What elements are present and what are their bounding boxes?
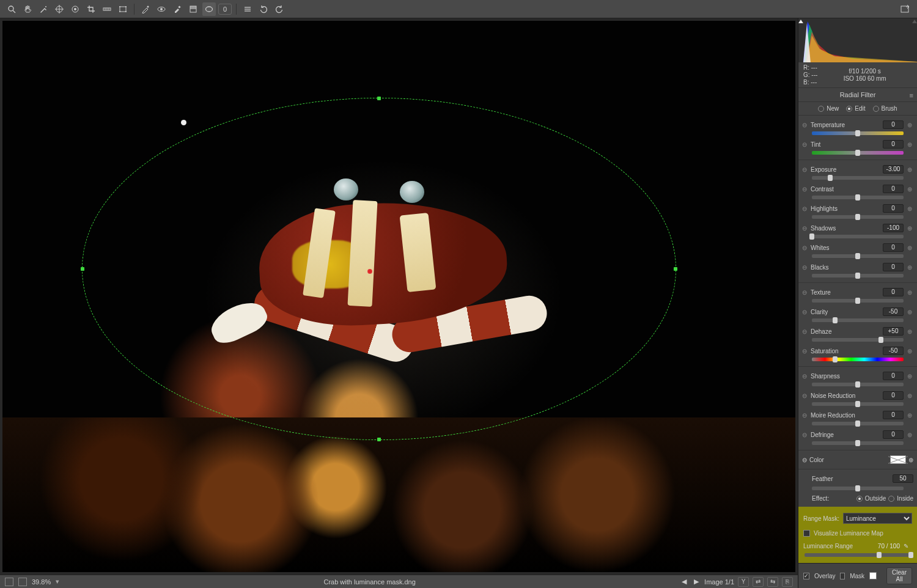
white-balance-tool-icon[interactable]	[37, 2, 50, 16]
highlights-value[interactable]: 0	[883, 204, 904, 213]
tint-menu-icon[interactable]: ⊕	[906, 141, 913, 148]
tint-slider[interactable]	[812, 151, 904, 155]
feather-slider[interactable]	[812, 487, 904, 490]
toggle-icon[interactable]: ⊖	[802, 122, 808, 128]
menu-icon[interactable]	[241, 2, 254, 16]
toggle-icon[interactable]: ⊖	[802, 432, 808, 438]
defringe-slider[interactable]	[812, 441, 904, 445]
clarity-value[interactable]: -50	[883, 307, 904, 316]
dehaze-value[interactable]: +50	[883, 327, 904, 336]
moire-menu-icon[interactable]: ⊕	[906, 412, 913, 419]
saturation-value[interactable]: -50	[883, 347, 904, 355]
toggle-icon[interactable]: ⊖	[802, 412, 808, 418]
zoom-tool-icon[interactable]	[5, 2, 18, 16]
highlights-slider[interactable]	[812, 215, 904, 219]
hand-tool-icon[interactable]	[21, 2, 34, 16]
whites-value[interactable]: 0	[883, 243, 904, 252]
texture-value[interactable]: 0	[883, 288, 904, 296]
color-menu-icon[interactable]: ⊕	[908, 457, 913, 463]
radial-filter-tool-icon[interactable]	[202, 2, 216, 16]
color-sampler-tool-icon[interactable]	[53, 2, 66, 16]
toggle-icon[interactable]: ⊖	[802, 264, 808, 270]
next-image-icon[interactable]: ▶	[692, 578, 701, 586]
whites-menu-icon[interactable]: ⊕	[906, 244, 913, 251]
moire-slider[interactable]	[812, 422, 904, 425]
copy-settings-icon[interactable]: ⎘	[782, 577, 793, 587]
visualize-luminance-checkbox[interactable]	[803, 530, 810, 537]
highlights-menu-icon[interactable]: ⊕	[906, 205, 913, 212]
redeye-tool-icon[interactable]	[155, 2, 168, 16]
open-image-icon[interactable]	[899, 2, 912, 16]
tint-value[interactable]: 0	[883, 140, 904, 149]
toggle-icon[interactable]: ⊖	[802, 328, 808, 334]
toggle-icon[interactable]: ⊖	[802, 225, 808, 231]
zoom-level[interactable]: 39.8%	[32, 578, 51, 586]
blacks-value[interactable]: 0	[883, 263, 904, 271]
mask-color-swatch[interactable]	[869, 572, 877, 579]
sharpness-slider[interactable]	[812, 383, 904, 386]
panel-menu-icon[interactable]: ≡	[910, 92, 913, 99]
temperature-slider[interactable]	[812, 131, 904, 135]
whites-slider[interactable]	[812, 254, 904, 258]
crop-tool-icon[interactable]	[84, 2, 98, 16]
sharpness-menu-icon[interactable]: ⊕	[906, 373, 913, 380]
mode-brush[interactable]: Brush	[873, 105, 897, 112]
defringe-value[interactable]: 0	[883, 430, 904, 439]
clarity-menu-icon[interactable]: ⊕	[906, 309, 913, 315]
exposure-slider[interactable]	[812, 176, 904, 180]
toggle-icon[interactable]: ⊖	[802, 186, 808, 192]
toggle-icon[interactable]: ⊖	[802, 457, 807, 463]
clear-all-button[interactable]: Clear All	[886, 567, 912, 584]
moire-value[interactable]: 0	[883, 411, 904, 419]
shadows-slider[interactable]	[812, 235, 904, 238]
toggle-icon[interactable]: ⊖	[802, 373, 808, 379]
mask-checkbox[interactable]	[840, 573, 845, 579]
toggle-icon[interactable]: ⊖	[802, 141, 808, 147]
range-mask-select[interactable]: Luminance	[843, 513, 912, 524]
before-after-y-icon[interactable]: Y	[738, 577, 749, 587]
prev-image-icon[interactable]: ◀	[680, 578, 688, 586]
target-adjust-tool-icon[interactable]	[68, 2, 82, 16]
exposure-value[interactable]: -3.00	[883, 165, 904, 174]
blacks-slider[interactable]	[812, 274, 904, 277]
toggle-icon[interactable]: ⊖	[802, 309, 808, 315]
exposure-menu-icon[interactable]: ⊕	[906, 166, 913, 173]
rotate-cw-icon[interactable]	[273, 2, 286, 16]
spot-removal-tool-icon[interactable]	[139, 2, 152, 16]
effect-outside[interactable]: Outside	[856, 495, 886, 502]
blacks-menu-icon[interactable]: ⊕	[906, 264, 913, 271]
compare-icon[interactable]: ⇄	[753, 577, 764, 587]
tool-option-value[interactable]: 0	[218, 4, 232, 15]
shadows-menu-icon[interactable]: ⊕	[906, 225, 913, 232]
saturation-slider[interactable]	[812, 358, 904, 361]
view-grid-icon[interactable]	[5, 578, 13, 586]
noise-value[interactable]: 0	[883, 391, 904, 400]
toggle-icon[interactable]: ⊖	[802, 392, 808, 399]
mode-edit[interactable]: Edit	[846, 105, 865, 112]
sliders-scroll[interactable]: ⊖ Temperature 0 ⊕ ⊖ Tint 0 ⊕ ⊖ Exposure …	[798, 116, 917, 563]
luminance-range-slider[interactable]	[805, 553, 911, 557]
effect-inside[interactable]: Inside	[888, 495, 913, 502]
feather-value[interactable]: 50	[893, 474, 913, 483]
sharpness-value[interactable]: 0	[883, 372, 904, 380]
noise-menu-icon[interactable]: ⊕	[906, 392, 913, 399]
contrast-value[interactable]: 0	[883, 185, 904, 193]
toggle-icon[interactable]: ⊖	[802, 289, 808, 295]
transform-tool-icon[interactable]	[116, 2, 130, 16]
histogram[interactable]	[798, 18, 917, 62]
adjustment-brush-tool-icon[interactable]	[171, 2, 184, 16]
overlay-checkbox[interactable]	[803, 573, 809, 579]
color-swatch[interactable]	[890, 455, 906, 464]
saturation-menu-icon[interactable]: ⊕	[906, 348, 913, 355]
clarity-slider[interactable]	[812, 318, 904, 322]
rotate-ccw-icon[interactable]	[257, 2, 270, 16]
luminance-eyedropper-icon[interactable]: ✎	[904, 543, 912, 549]
dehaze-menu-icon[interactable]: ⊕	[906, 328, 913, 335]
toggle-icon[interactable]: ⊖	[802, 348, 808, 354]
mode-new[interactable]: New	[818, 105, 839, 112]
toggle-icon[interactable]: ⊖	[802, 166, 808, 172]
shadows-value[interactable]: -100	[883, 224, 904, 232]
contrast-slider[interactable]	[812, 196, 904, 199]
defringe-menu-icon[interactable]: ⊕	[906, 432, 913, 438]
texture-menu-icon[interactable]: ⊕	[906, 289, 913, 296]
